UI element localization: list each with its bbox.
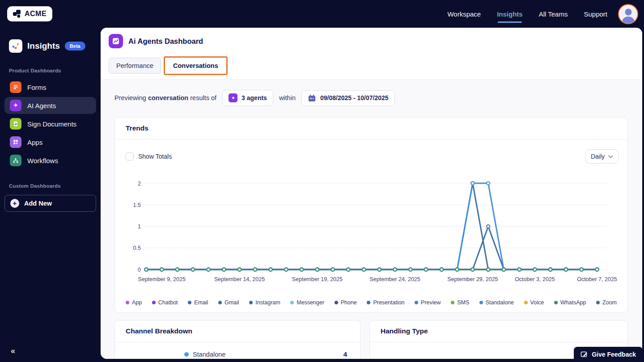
svg-text:September 24, 2025: September 24, 2025: [369, 276, 420, 282]
dashboard-tabs: Performance Conversations: [109, 56, 634, 75]
plus-circle-icon: +: [10, 199, 19, 208]
legend-item-sms: SMS: [451, 299, 469, 306]
forms-icon: [10, 81, 21, 93]
tab-conversations[interactable]: Conversations: [164, 56, 228, 75]
nav-item-support[interactable]: Support: [584, 10, 607, 18]
within-label: within: [279, 94, 296, 101]
insights-app-icon: [9, 39, 22, 53]
show-totals-control: Show Totals: [126, 152, 172, 160]
agents-sparkle-icon: [229, 93, 237, 102]
nav-active-underline: [498, 21, 522, 23]
trends-chart-svg: 00.511.52September 9, 2025September 14, …: [126, 173, 618, 285]
workflows-icon: [10, 155, 21, 166]
preview-sentence: Previewing conversation results of: [114, 94, 216, 101]
panel-content: Previewing conversation results of 3 age…: [101, 80, 642, 359]
sidebar-item-forms[interactable]: Forms: [4, 79, 96, 96]
apps-icon: [10, 136, 21, 148]
nav-item-insights[interactable]: Insights: [497, 10, 523, 18]
legend-item-chatbot: Chatbot: [152, 299, 178, 306]
legend-item-instagram: Instagram: [249, 299, 280, 306]
channel-row-label: Standalone: [193, 351, 225, 358]
logo-mark-icon: [13, 10, 21, 18]
sidebar-item-ai-agents[interactable]: AI Agents: [4, 97, 96, 114]
beta-badge: Beta: [65, 42, 85, 51]
svg-text:September 29, 2025: September 29, 2025: [447, 276, 498, 282]
svg-text:0: 0: [138, 267, 141, 273]
add-new-button[interactable]: + Add New: [4, 195, 96, 212]
sign-documents-icon: [10, 118, 21, 130]
give-feedback-button[interactable]: Give Feedback: [574, 347, 643, 362]
legend-item-preview: Preview: [415, 299, 441, 306]
section-product-dashboards: Product Dashboards: [9, 68, 101, 73]
svg-text:September 9, 2025: September 9, 2025: [138, 276, 186, 282]
trends-title: Trends: [126, 124, 148, 132]
tab-performance[interactable]: Performance: [109, 58, 161, 74]
sidebar-item-sign-documents[interactable]: Sign Documents: [4, 115, 96, 132]
person-icon: [619, 6, 637, 23]
feedback-pencil-icon: [580, 351, 588, 358]
sidebar-item-apps[interactable]: Apps: [4, 134, 96, 151]
trends-legend: AppChatbotEmailGmailInstagramMessengerPh…: [126, 299, 617, 306]
legend-item-messenger: Messenger: [290, 299, 324, 306]
top-navigation: Workspace Insights All Teams Support: [447, 10, 607, 18]
bottom-cards-row: Channel Breakdown Standalone 4 Handling …: [114, 320, 628, 359]
panel-header: Ai Agents Dashboard Performance Conversa…: [101, 28, 642, 80]
nav-item-all-teams[interactable]: All Teams: [539, 10, 568, 18]
section-custom-dashboards: Custom Dashboards: [9, 183, 101, 189]
sidebar-item-workflows[interactable]: Workflows: [4, 152, 96, 169]
svg-text:October 7, 2025: October 7, 2025: [577, 276, 617, 282]
logo-text: ACME: [25, 10, 47, 18]
dashboard-icon: [109, 34, 123, 48]
ai-agents-icon: [10, 100, 21, 111]
sidebar-title: Insights: [27, 41, 60, 51]
acme-logo[interactable]: ACME: [7, 6, 52, 21]
legend-item-presentation: Presentation: [367, 299, 404, 306]
svg-text:2: 2: [138, 181, 141, 187]
agents-select-button[interactable]: 3 agents: [222, 90, 273, 106]
sidebar-collapse-button[interactable]: «: [11, 346, 15, 356]
preview-bar: Previewing conversation results of 3 age…: [114, 90, 628, 106]
legend-item-app: App: [126, 299, 142, 306]
legend-item-phone: Phone: [335, 299, 357, 306]
channel-breakdown-title: Channel Breakdown: [126, 327, 192, 335]
trends-card: Trends Show Totals Daily 00.511.52Septem…: [114, 117, 628, 313]
calendar-icon: [308, 94, 316, 102]
channel-row-dot: [184, 352, 189, 357]
legend-item-voice: Voice: [524, 299, 544, 306]
legend-item-standalone: Standalone: [479, 299, 514, 306]
legend-item-gmail: Gmail: [218, 299, 239, 306]
channel-row-value: 4: [343, 350, 347, 358]
sidebar: Insights Beta Product Dashboards Forms A…: [0, 28, 101, 362]
topbar: ACME Workspace Insights All Teams Suppor…: [0, 0, 644, 28]
svg-text:1.5: 1.5: [133, 202, 141, 208]
channel-breakdown-card: Channel Breakdown Standalone 4: [114, 320, 360, 359]
legend-item-whatsapp: WhatsApp: [554, 299, 586, 306]
interval-select[interactable]: Daily: [585, 149, 619, 164]
svg-text:1: 1: [138, 223, 141, 230]
avatar[interactable]: [618, 4, 638, 24]
nav-item-workspace[interactable]: Workspace: [447, 10, 481, 18]
channel-row: Standalone 4: [184, 350, 347, 358]
svg-text:October 3, 2025: October 3, 2025: [515, 276, 555, 282]
page-title: Ai Agents Dashboard: [128, 37, 203, 46]
handling-type-title: Handling Type: [381, 327, 428, 335]
show-totals-checkbox[interactable]: [126, 152, 134, 160]
svg-text:September 14, 2025: September 14, 2025: [214, 276, 265, 282]
date-range-button[interactable]: 09/08/2025 - 10/07/2025: [301, 90, 395, 106]
svg-text:0.5: 0.5: [133, 245, 141, 251]
svg-text:September 19, 2025: September 19, 2025: [292, 276, 343, 282]
chevron-down-icon: [608, 155, 613, 158]
main-panel: Ai Agents Dashboard Performance Conversa…: [101, 28, 642, 359]
legend-item-zoom: Zoom: [596, 299, 617, 306]
legend-item-email: Email: [188, 299, 208, 306]
